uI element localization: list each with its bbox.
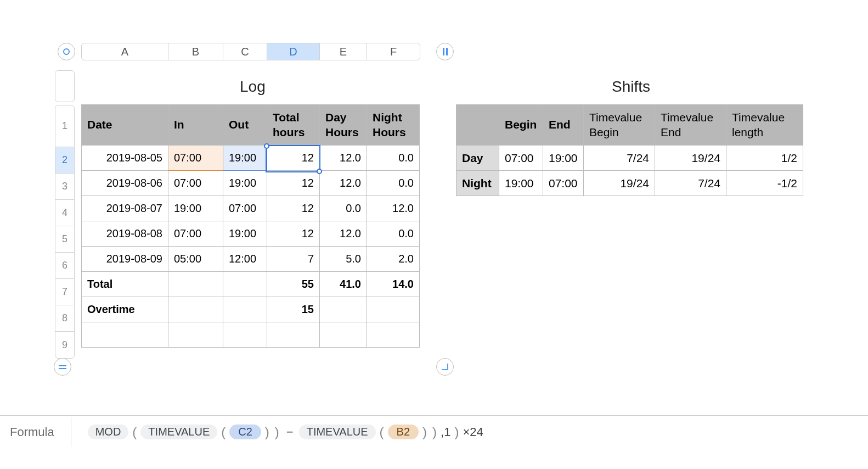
- cell[interactable]: [267, 322, 320, 348]
- cell[interactable]: 0.0: [367, 221, 420, 247]
- shifts-rowlabel-day[interactable]: Day: [456, 146, 499, 171]
- shifts-header-tvl[interactable]: Timevalue length: [726, 105, 803, 146]
- cell[interactable]: [168, 272, 223, 297]
- formula-ref-c2[interactable]: C2: [229, 425, 261, 439]
- resize-table-button[interactable]: [436, 358, 454, 376]
- cell[interactable]: 19/24: [655, 146, 726, 171]
- shifts-header-tve[interactable]: Timevalue End: [655, 105, 726, 146]
- cell[interactable]: [82, 322, 168, 348]
- shifts-header-end[interactable]: End: [543, 105, 584, 146]
- cell-ref-c2[interactable]: 19:00: [223, 146, 267, 171]
- cell[interactable]: [320, 322, 367, 348]
- cell[interactable]: 19:00: [543, 146, 584, 171]
- row-header-5[interactable]: 5: [55, 226, 74, 253]
- cell[interactable]: 07:00: [499, 146, 543, 171]
- cell-selected-d2[interactable]: 12: [267, 146, 320, 171]
- log-header-day[interactable]: Day Hours: [320, 105, 367, 146]
- cell[interactable]: 05:00: [168, 247, 223, 272]
- cell[interactable]: 19:00: [499, 171, 543, 196]
- cell[interactable]: 2019-08-09: [82, 247, 168, 272]
- cell[interactable]: 2.0: [367, 247, 420, 272]
- row-header-3[interactable]: 3: [55, 174, 74, 200]
- row-header-9[interactable]: 9: [55, 332, 74, 358]
- add-columns-button[interactable]: [436, 43, 454, 60]
- log-header-total[interactable]: Total hours: [267, 105, 320, 146]
- col-header-C[interactable]: C: [223, 43, 267, 60]
- shifts-header-begin[interactable]: Begin: [499, 105, 543, 146]
- cell[interactable]: [367, 297, 420, 322]
- formula-token-timevalue: TIMEVALUE: [299, 425, 376, 439]
- formula-input[interactable]: MOD ( TIMEVALUE ( C2 ) ) − TIMEVALUE ( B…: [88, 425, 483, 440]
- col-header-D[interactable]: D: [267, 43, 320, 60]
- log-header-out[interactable]: Out: [223, 105, 267, 146]
- row-header-7[interactable]: 7: [55, 279, 74, 305]
- cell[interactable]: 2019-08-05: [82, 146, 168, 171]
- cell[interactable]: 12.0: [320, 146, 367, 171]
- cell[interactable]: 12: [267, 196, 320, 221]
- cell[interactable]: 7: [267, 247, 320, 272]
- row-header-2[interactable]: 2: [55, 147, 74, 174]
- cell[interactable]: 0.0: [367, 171, 420, 196]
- minus-icon: −: [283, 425, 297, 439]
- cell[interactable]: 19:00: [168, 196, 223, 221]
- cell[interactable]: 12: [267, 221, 320, 247]
- cell[interactable]: 19:00: [223, 171, 267, 196]
- cell[interactable]: 07:00: [223, 196, 267, 221]
- cell[interactable]: 07:00: [168, 171, 223, 196]
- cell[interactable]: 55: [267, 272, 320, 297]
- formula-ref-b2[interactable]: B2: [388, 425, 419, 439]
- log-header-in[interactable]: In: [168, 105, 223, 146]
- cell[interactable]: 15: [267, 297, 320, 322]
- cell[interactable]: 2019-08-06: [82, 171, 168, 196]
- cell[interactable]: 7/24: [584, 146, 655, 171]
- log-header-date[interactable]: Date: [82, 105, 168, 146]
- cell[interactable]: 19/24: [584, 171, 655, 196]
- cell[interactable]: 14.0: [367, 272, 420, 297]
- cell[interactable]: 1/2: [726, 146, 803, 171]
- cell[interactable]: 0.0: [320, 196, 367, 221]
- col-header-E[interactable]: E: [320, 43, 367, 60]
- cell-overtime-label[interactable]: Overtime: [82, 297, 168, 322]
- cell[interactable]: [223, 297, 267, 322]
- cell[interactable]: 07:00: [168, 221, 223, 247]
- shifts-header-blank[interactable]: [456, 105, 499, 146]
- cell[interactable]: 7/24: [655, 171, 726, 196]
- cell[interactable]: 12.0: [367, 196, 420, 221]
- paren-close-icon: ): [273, 425, 281, 440]
- cell[interactable]: [320, 297, 367, 322]
- cell[interactable]: [223, 272, 267, 297]
- cell[interactable]: 12.0: [320, 171, 367, 196]
- row-header-8[interactable]: 8: [55, 305, 74, 332]
- col-header-B[interactable]: B: [168, 43, 223, 60]
- cell[interactable]: 12: [267, 171, 320, 196]
- cell[interactable]: 12:00: [223, 247, 267, 272]
- cell[interactable]: 5.0: [320, 247, 367, 272]
- cell[interactable]: 2019-08-08: [82, 221, 168, 247]
- log-header-row: Date In Out Total hours Day Hours Night …: [82, 105, 420, 146]
- add-rows-button[interactable]: [54, 358, 71, 376]
- cell-total-label[interactable]: Total: [82, 272, 168, 297]
- cell[interactable]: 07:00: [543, 171, 584, 196]
- cell[interactable]: 0.0: [367, 146, 420, 171]
- cell-ref-b2[interactable]: 07:00: [168, 146, 223, 171]
- cell[interactable]: [168, 322, 223, 348]
- cell[interactable]: 2019-08-07: [82, 196, 168, 221]
- cell[interactable]: 12.0: [320, 221, 367, 247]
- row-header-6[interactable]: 6: [55, 253, 74, 279]
- table-origin-button[interactable]: [58, 43, 75, 60]
- shifts-table: Begin End Timevalue Begin Timevalue End …: [456, 104, 803, 196]
- paren-close-icon: ): [421, 425, 429, 440]
- col-header-A[interactable]: A: [82, 43, 168, 60]
- cell[interactable]: [168, 297, 223, 322]
- row-header-1[interactable]: 1: [55, 105, 74, 147]
- cell[interactable]: [223, 322, 267, 348]
- shifts-rowlabel-night[interactable]: Night: [456, 171, 499, 196]
- cell[interactable]: 19:00: [223, 221, 267, 247]
- col-header-F[interactable]: F: [367, 43, 420, 60]
- log-header-night[interactable]: Night Hours: [367, 105, 420, 146]
- cell[interactable]: [367, 322, 420, 348]
- cell[interactable]: -1/2: [726, 171, 803, 196]
- row-header-4[interactable]: 4: [55, 200, 74, 226]
- shifts-header-tvb[interactable]: Timevalue Begin: [584, 105, 655, 146]
- cell[interactable]: 41.0: [320, 272, 367, 297]
